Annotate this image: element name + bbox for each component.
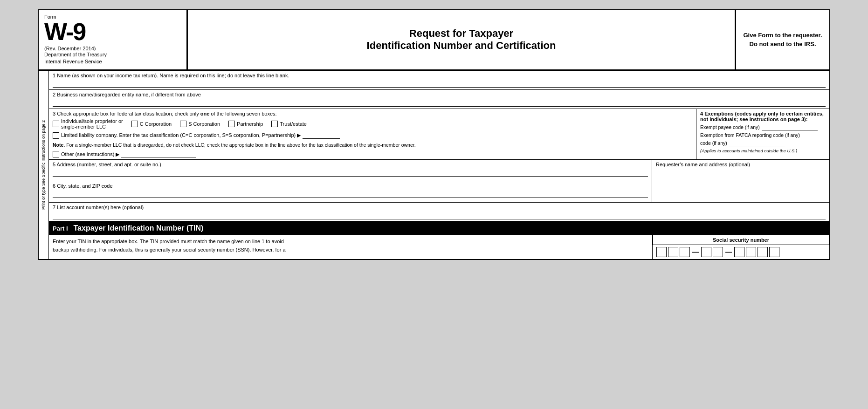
field1-input[interactable] xyxy=(53,79,826,88)
part1-text1: Enter your TIN in the appropriate box. T… xyxy=(53,238,648,246)
checkbox-s-corp-label: S Corporation xyxy=(188,121,220,127)
sidebar-text: Print or type See Specific Instructions … xyxy=(41,118,46,211)
field5-label: 5 Address (number, street, and apt. or s… xyxy=(53,162,648,167)
exemptions-title: Exemptions (codes apply only to certain … xyxy=(700,111,824,122)
form-header: Form W-9 (Rev. December 2014) Department… xyxy=(39,10,829,71)
fatca-label: Exemption from FATCA reporting code (if … xyxy=(700,132,800,138)
w9-form: Form W-9 (Rev. December 2014) Department… xyxy=(38,9,830,260)
part1-right: Social security number — — xyxy=(652,235,829,259)
header-center: Request for Taxpayer Identification Numb… xyxy=(188,10,736,69)
row3-left: 3 Check appropriate box for federal tax … xyxy=(49,109,696,160)
ssn-box-5[interactable] xyxy=(713,247,723,257)
header-right: Give Form to the requester. Do not send … xyxy=(736,10,829,69)
ssn-dash-1: — xyxy=(692,248,699,256)
ssn-box-6[interactable] xyxy=(734,247,744,257)
checkbox-trust-box[interactable] xyxy=(271,121,278,127)
ssn-dash-2: — xyxy=(725,248,732,256)
field5-input[interactable] xyxy=(53,168,648,177)
checkbox-partnership-box[interactable] xyxy=(228,121,235,127)
form-rev: (Rev. December 2014) xyxy=(44,46,181,51)
field6-right xyxy=(652,181,829,202)
fatca-input[interactable] xyxy=(729,140,785,146)
sidebar-label: Print or type See Specific Instructions … xyxy=(41,120,46,210)
exempt-payee-label: Exempt payee code (if any) xyxy=(700,124,760,130)
dept-line2: Internal Revenue Service xyxy=(44,58,181,65)
field3-bold: one xyxy=(200,111,210,116)
checkbox-c-corp-box[interactable] xyxy=(131,121,138,127)
checkbox-partnership[interactable]: Partnership xyxy=(228,121,263,127)
checkbox-s-corp-box[interactable] xyxy=(180,121,186,127)
ssn-box-7[interactable] xyxy=(746,247,756,257)
field2-row: 2 Business name/disregarded entity name,… xyxy=(49,90,829,109)
field2-label: 2 Business name/disregarded entity name,… xyxy=(53,92,826,97)
field6-label: 6 City, state, and ZIP code xyxy=(53,183,648,189)
field5-left: 5 Address (number, street, and apt. or s… xyxy=(49,160,652,181)
part1-header: Part I Taxpayer Identification Number (T… xyxy=(49,222,829,235)
other-input[interactable] xyxy=(121,151,196,157)
ssn-box-4[interactable] xyxy=(701,247,711,257)
field2-input[interactable] xyxy=(53,98,826,107)
checkbox-individual-box[interactable] xyxy=(53,121,59,127)
checkbox-c-corp-label: C Corporation xyxy=(140,121,172,127)
fatca-note: (Applies to accounts maintained outside … xyxy=(700,148,826,153)
field6-left: 6 City, state, and ZIP code xyxy=(49,181,652,202)
checkbox-c-corp[interactable]: C Corporation xyxy=(131,121,172,127)
ssn-header: Social security number xyxy=(653,235,829,245)
ssn-box-9[interactable] xyxy=(769,247,779,257)
checkbox-other-box[interactable] xyxy=(53,151,59,157)
llc-label: Limited liability company. Enter the tax… xyxy=(61,132,301,138)
field3-num: 3 Check appropriate box for federal tax … xyxy=(53,111,199,116)
row3-right: 4 Exemptions (codes apply only to certai… xyxy=(696,109,829,160)
fatca-code-prefix: code (if any) xyxy=(700,140,727,146)
part1-title: Taxpayer Identification Number (TIN) xyxy=(74,224,204,232)
form-body: Print or type See Specific Instructions … xyxy=(39,71,829,259)
other-row: Other (see instructions) ▶ xyxy=(53,151,692,157)
title-line2: Identification Number and Certification xyxy=(367,40,556,52)
checkbox-individual-label: Individual/sole proprietor orsingle-memb… xyxy=(61,118,123,130)
checkbox-trust[interactable]: Trust/estate xyxy=(271,121,307,127)
exemptions-label: 4 Exemptions (codes apply only to certai… xyxy=(700,111,826,122)
part1-left: Enter your TIN in the appropriate box. T… xyxy=(49,235,652,259)
llc-row: Limited liability company. Enter the tax… xyxy=(53,132,692,139)
checkbox-llc-box[interactable] xyxy=(53,132,59,139)
form-number: W-9 xyxy=(44,20,181,44)
row3-container: 3 Check appropriate box for federal tax … xyxy=(49,109,829,160)
part1-body: Enter your TIN in the appropriate box. T… xyxy=(49,235,829,259)
header-left: Form W-9 (Rev. December 2014) Department… xyxy=(39,10,188,69)
instructions-text: Give Form to the requester. Do not send … xyxy=(742,31,824,49)
checkbox-trust-label: Trust/estate xyxy=(280,121,307,127)
field1-label: 1 Name (as shown on your income tax retu… xyxy=(53,73,826,78)
ssn-box-2[interactable] xyxy=(668,247,678,257)
field1-row: 1 Name (as shown on your income tax retu… xyxy=(49,71,829,90)
field3-label: 3 Check appropriate box for federal tax … xyxy=(53,111,692,116)
dept-line1: Department of the Treasury xyxy=(44,51,181,58)
ssn-box-8[interactable] xyxy=(758,247,768,257)
note-body: For a single-member LLC that is disregar… xyxy=(66,142,415,148)
other-label: Other (see instructions) ▶ xyxy=(61,151,119,157)
field5-right: Requester’s name and address (optional) xyxy=(652,160,829,181)
checkbox-s-corp[interactable]: S Corporation xyxy=(180,121,220,127)
note-text: Note. For a single-member LLC that is di… xyxy=(53,142,692,149)
requester-label: Requester’s name and address (optional) xyxy=(656,162,750,167)
exemptions-number: 4 xyxy=(700,111,703,116)
ssn-box-1[interactable] xyxy=(656,247,667,257)
note-bold: Note. xyxy=(53,142,65,148)
address-row5: 5 Address (number, street, and apt. or s… xyxy=(49,160,829,181)
exempt-payee-input[interactable] xyxy=(762,124,818,130)
llc-input[interactable] xyxy=(303,132,340,139)
field7-label: 7 List account number(s) here (optional) xyxy=(53,204,826,210)
checkbox-partnership-label: Partnership xyxy=(237,121,263,127)
field3-label2: of the following seven boxes: xyxy=(211,111,276,116)
part1-text2: backup withholding. For individuals, thi… xyxy=(53,246,648,254)
address-row6: 6 City, state, and ZIP code xyxy=(49,181,829,203)
checkboxes-row: Individual/sole proprietor orsingle-memb… xyxy=(53,118,692,130)
exempt-payee-row: Exempt payee code (if any) xyxy=(700,124,826,130)
field6-input[interactable] xyxy=(53,190,648,198)
field7-input[interactable] xyxy=(53,211,826,219)
title-line1: Request for Taxpayer xyxy=(367,27,556,40)
header-title: Request for Taxpayer Identification Numb… xyxy=(367,27,556,52)
ssn-box-3[interactable] xyxy=(680,247,690,257)
checkbox-individual[interactable]: Individual/sole proprietor orsingle-memb… xyxy=(53,118,123,130)
main-content: 1 Name (as shown on your income tax retu… xyxy=(49,71,829,259)
part1-label: Part I xyxy=(53,225,68,232)
